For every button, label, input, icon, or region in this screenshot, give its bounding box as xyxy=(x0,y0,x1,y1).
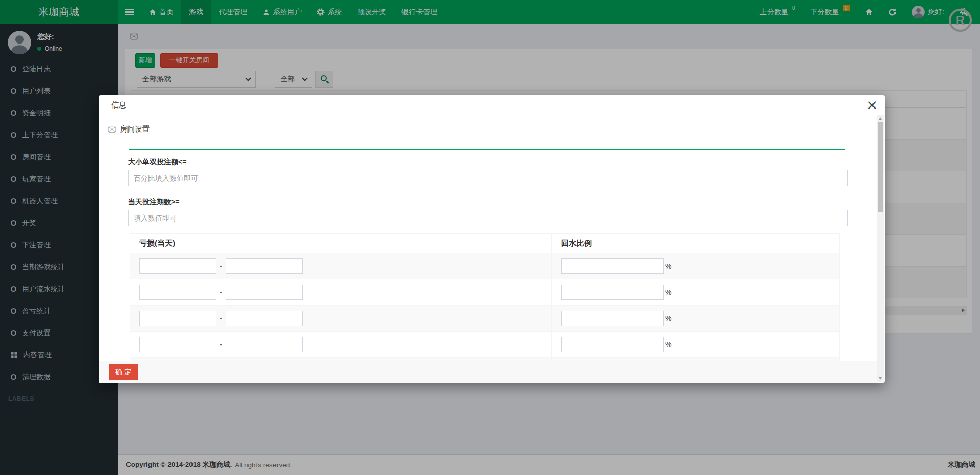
rebate-table: 亏损(当天) 回水比例 - % - % - % xyxy=(130,233,840,361)
scroll-up-arrow[interactable] xyxy=(879,117,882,120)
dialog-footer: 确 定 xyxy=(99,361,877,383)
bet-amount-input[interactable] xyxy=(128,170,848,186)
section-label: 房间设置 xyxy=(120,124,150,134)
loss-min-input[interactable] xyxy=(139,337,216,352)
modal-scrollbar[interactable] xyxy=(877,115,884,382)
loss-min-input[interactable] xyxy=(139,285,216,300)
loss-max-input[interactable] xyxy=(226,337,303,352)
broken-image-icon xyxy=(108,125,116,134)
bet-amount-label: 大小单双投注额<= xyxy=(128,158,840,167)
loss-column-header: 亏损(当天) xyxy=(130,234,552,253)
loss-min-input[interactable] xyxy=(139,311,216,326)
loss-max-input[interactable] xyxy=(226,311,303,326)
dialog-body: 房间设置 大小单双投注额<= 当天投注期数>= 亏损(当天) 回水比例 - xyxy=(99,115,877,361)
loss-min-input[interactable] xyxy=(139,258,216,274)
rebate-row: - % xyxy=(130,332,840,358)
bet-periods-input[interactable] xyxy=(128,210,848,226)
close-icon[interactable]: × xyxy=(866,100,878,110)
bet-periods-label: 当天投注期数>= xyxy=(128,198,840,207)
rebate-percent-input[interactable] xyxy=(561,258,664,274)
scrollbar-thumb[interactable] xyxy=(878,122,883,212)
loss-max-input[interactable] xyxy=(226,258,303,274)
section-title: 房间设置 xyxy=(108,124,840,134)
dialog-header: 信息 × xyxy=(99,95,885,115)
loss-max-input[interactable] xyxy=(226,285,303,300)
green-divider xyxy=(129,149,845,150)
confirm-button[interactable]: 确 定 xyxy=(109,364,138,380)
rebate-percent-input[interactable] xyxy=(561,285,664,300)
info-dialog: 信息 × 房间设置 大小单双投注额<= 当天投注期数>= 亏损(当天) 回水比例 xyxy=(99,95,885,383)
app-window: 米珈商城 首页 游戏 代理管理 系统用户 系统 预设 xyxy=(0,0,980,475)
scroll-down-arrow[interactable] xyxy=(879,377,882,380)
rebate-row: - % xyxy=(130,279,840,306)
rebate-row: - % xyxy=(130,306,840,332)
rebate-column-header: 回水比例 xyxy=(552,234,840,253)
rebate-percent-input[interactable] xyxy=(561,311,664,326)
dialog-title: 信息 xyxy=(111,100,126,110)
rebate-row: - % xyxy=(130,253,840,279)
rebate-percent-input[interactable] xyxy=(561,337,664,352)
